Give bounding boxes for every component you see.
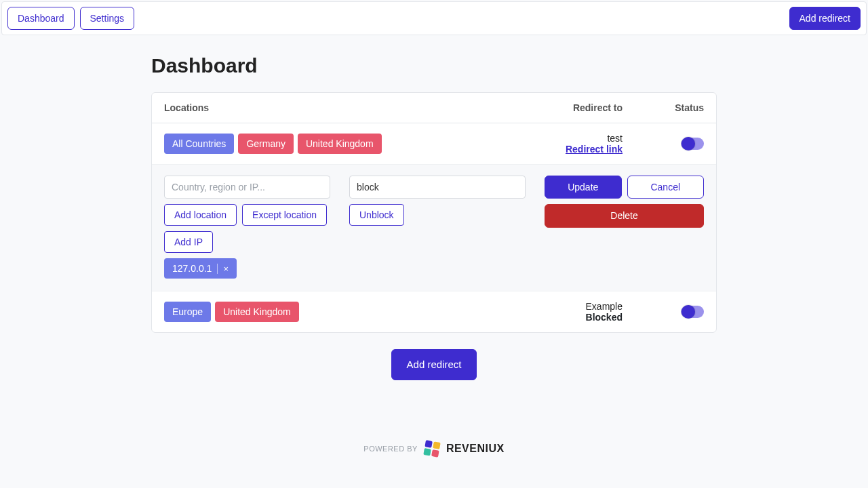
top-bar: Dashboard Settings Add redirect: [1, 1, 867, 35]
powered-by-label: POWERED BY: [363, 445, 418, 453]
redirect-cell: Example Blocked: [446, 301, 623, 323]
brand-name: REVENIUX: [446, 443, 505, 455]
unblock-button[interactable]: Unblock: [349, 204, 404, 226]
ip-chip-row: 127.0.0.1 ×: [164, 258, 330, 279]
edit-actions: Update Cancel Delete: [545, 176, 704, 279]
redirect-name: Example: [446, 301, 623, 312]
location-button-row: Add location Except location Add IP: [164, 204, 330, 253]
cancel-button[interactable]: Cancel: [627, 176, 705, 199]
footer: POWERED BY REVENIUX: [0, 421, 868, 488]
close-icon[interactable]: ×: [217, 264, 229, 274]
redirect-cell: test Redirect link: [446, 133, 623, 155]
bottom-add-wrap: Add redirect: [151, 349, 717, 380]
edit-left-col: Add location Except location Add IP 127.…: [164, 176, 330, 279]
location-input[interactable]: [164, 176, 330, 199]
location-tag[interactable]: Europe: [164, 302, 211, 322]
brand-logo-icon: [423, 440, 440, 457]
add-redirect-top-button[interactable]: Add redirect: [789, 7, 861, 30]
redirect-status-text: Blocked: [446, 312, 623, 323]
table-row: All Countries Germany United Kingdom tes…: [152, 123, 716, 165]
edit-panel: Add location Except location Add IP 127.…: [152, 165, 716, 291]
add-location-button[interactable]: Add location: [164, 204, 237, 226]
top-nav-left: Dashboard Settings: [7, 7, 134, 30]
location-tag[interactable]: All Countries: [164, 134, 234, 154]
col-header-redirect: Redirect to: [446, 102, 623, 113]
status-cell: [623, 138, 704, 150]
table-row: Europe United Kingdom Example Blocked: [152, 291, 716, 332]
col-header-status: Status: [623, 102, 704, 113]
redirect-link[interactable]: Redirect link: [566, 144, 623, 155]
ip-chip[interactable]: 127.0.0.1 ×: [164, 258, 237, 279]
location-tag[interactable]: United Kingdom: [215, 302, 299, 322]
nav-settings[interactable]: Settings: [80, 7, 135, 30]
status-toggle[interactable]: [681, 306, 704, 318]
status-toggle[interactable]: [681, 138, 704, 150]
except-location-button[interactable]: Except location: [242, 204, 327, 226]
col-header-locations: Locations: [164, 102, 446, 113]
location-tag[interactable]: United Kingdom: [298, 134, 382, 154]
location-tags: Europe United Kingdom: [164, 302, 446, 322]
ip-chip-label: 127.0.0.1: [172, 263, 212, 274]
status-cell: [623, 306, 704, 318]
delete-button[interactable]: Delete: [545, 204, 704, 227]
page-title: Dashboard: [151, 54, 717, 77]
add-ip-button[interactable]: Add IP: [164, 231, 213, 253]
add-redirect-bottom-button[interactable]: Add redirect: [391, 349, 477, 380]
edit-mid-col: Unblock: [349, 176, 526, 279]
update-button[interactable]: Update: [545, 176, 622, 199]
message-input[interactable]: [349, 176, 526, 199]
redirect-name: test: [446, 133, 623, 144]
redirects-table: Locations Redirect to Status All Countri…: [151, 92, 717, 333]
location-tags: All Countries Germany United Kingdom: [164, 134, 446, 154]
nav-dashboard[interactable]: Dashboard: [7, 7, 75, 30]
location-tag[interactable]: Germany: [238, 134, 294, 154]
page-container: Dashboard Locations Redirect to Status A…: [146, 54, 722, 380]
table-header: Locations Redirect to Status: [152, 93, 716, 123]
